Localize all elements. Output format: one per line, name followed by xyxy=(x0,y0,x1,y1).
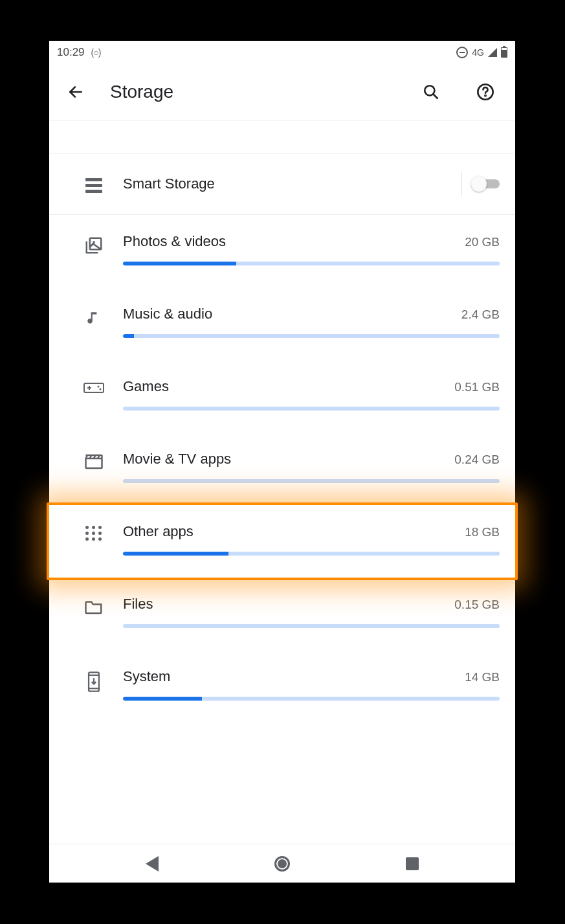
status-right: 4G xyxy=(456,47,507,58)
image-stack-icon xyxy=(84,236,104,255)
system-icon xyxy=(65,668,123,693)
circle-home-icon xyxy=(274,856,290,872)
category-other-apps[interactable]: Other apps 18 GB xyxy=(49,505,515,578)
category-files[interactable]: Files 0.15 GB xyxy=(49,578,515,650)
vertical-divider xyxy=(461,172,462,196)
gamepad-icon xyxy=(83,381,105,395)
movie-icon xyxy=(65,451,123,470)
network-type: 4G xyxy=(472,47,484,58)
help-icon xyxy=(476,83,494,101)
arrow-left-icon xyxy=(67,84,84,100)
storage-icon xyxy=(65,175,123,193)
category-value: 0.24 GB xyxy=(454,453,500,467)
music-icon xyxy=(65,306,123,328)
games-icon xyxy=(65,378,123,395)
usage-bar xyxy=(123,552,500,556)
battery-icon xyxy=(501,47,507,58)
category-games[interactable]: Games 0.51 GB xyxy=(49,360,515,433)
nav-recent-button[interactable] xyxy=(406,857,419,870)
category-system[interactable]: System 14 GB xyxy=(49,650,515,723)
help-button[interactable] xyxy=(471,83,500,101)
navigation-bar xyxy=(49,844,515,883)
category-value: 0.51 GB xyxy=(454,380,500,394)
usage-bar xyxy=(123,334,500,338)
svg-rect-7 xyxy=(84,383,104,392)
clapperboard-icon xyxy=(84,453,104,470)
category-value: 0.15 GB xyxy=(454,598,500,612)
usage-bar xyxy=(123,697,500,701)
usage-bar xyxy=(123,479,500,483)
files-icon xyxy=(65,596,123,615)
smart-storage-label: Smart Storage xyxy=(123,175,452,192)
photos-icon xyxy=(65,233,123,255)
nav-home-button[interactable] xyxy=(274,856,290,872)
spacer xyxy=(49,120,515,153)
category-value: 18 GB xyxy=(465,525,500,539)
category-label: System xyxy=(123,668,170,685)
status-left: 10:29 (○) xyxy=(57,46,100,59)
device-frame: 10:29 (○) 4G Storage xyxy=(49,41,515,883)
page-title: Storage xyxy=(110,82,391,102)
svg-point-4 xyxy=(485,95,485,96)
category-value: 20 GB xyxy=(465,235,500,249)
category-label: Files xyxy=(123,596,153,613)
category-label: Movie & TV apps xyxy=(123,451,231,468)
storage-bars-icon xyxy=(85,178,102,193)
back-button[interactable] xyxy=(67,84,84,100)
status-time: 10:29 xyxy=(57,46,85,59)
square-recent-icon xyxy=(406,857,419,870)
app-bar: Storage xyxy=(49,64,515,120)
music-note-icon xyxy=(85,308,102,328)
system-update-icon xyxy=(86,671,102,693)
svg-point-10 xyxy=(98,386,100,388)
svg-rect-12 xyxy=(86,458,102,468)
category-movietv[interactable]: Movie & TV apps 0.24 GB xyxy=(49,433,515,505)
nav-back-button[interactable] xyxy=(146,856,159,872)
hotspot-icon: (○) xyxy=(91,47,101,58)
category-photos[interactable]: Photos & videos 20 GB xyxy=(49,215,515,287)
triangle-back-icon xyxy=(146,856,159,872)
category-label: Games xyxy=(123,378,169,395)
search-icon xyxy=(423,84,439,100)
usage-bar xyxy=(123,407,500,411)
search-button[interactable] xyxy=(417,84,445,100)
signal-icon xyxy=(488,48,497,57)
usage-bar xyxy=(123,262,500,265)
status-bar: 10:29 (○) 4G xyxy=(49,41,515,64)
category-value: 2.4 GB xyxy=(461,308,500,322)
svg-line-2 xyxy=(433,94,438,98)
category-value: 14 GB xyxy=(465,670,500,684)
apps-icon xyxy=(65,523,123,541)
smart-storage-toggle[interactable] xyxy=(471,175,502,193)
category-label: Photos & videos xyxy=(123,233,226,250)
category-label: Music & audio xyxy=(123,306,212,322)
smart-storage-row[interactable]: Smart Storage xyxy=(49,153,515,215)
apps-grid-icon xyxy=(85,526,102,541)
category-music[interactable]: Music & audio 2.4 GB xyxy=(49,287,515,360)
folder-icon xyxy=(84,598,104,615)
svg-point-11 xyxy=(100,389,102,390)
category-label: Other apps xyxy=(123,523,194,540)
do-not-disturb-icon xyxy=(456,47,468,58)
usage-bar xyxy=(123,624,500,628)
